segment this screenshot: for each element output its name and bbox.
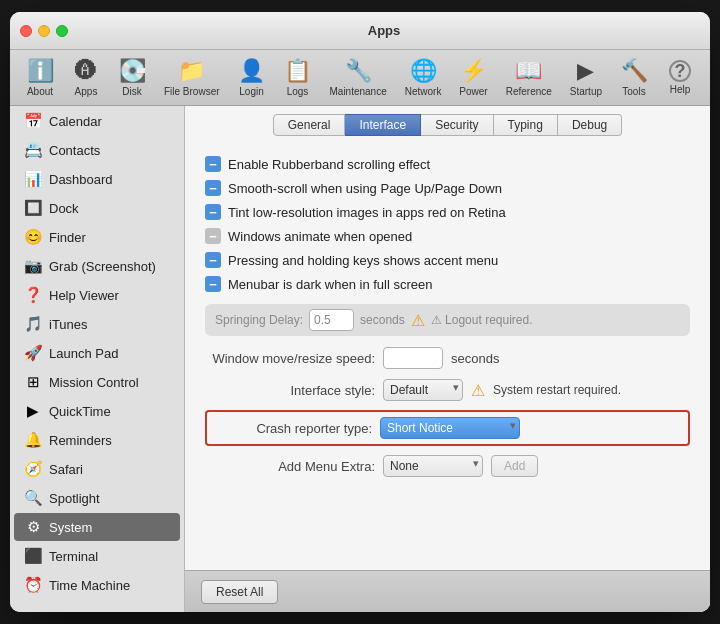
windows-animate-checkbox[interactable] <box>205 228 221 244</box>
toolbar-logs[interactable]: 📋 Logs <box>276 54 320 101</box>
toolbar-about[interactable]: ℹ️ About <box>18 54 62 101</box>
window-resize-row: Window move/resize speed: seconds <box>205 342 690 374</box>
startup-icon: ▶ <box>577 58 594 84</box>
toolbar-file-browser-label: File Browser <box>164 86 220 97</box>
windows-animate-label: Windows animate when opened <box>228 229 412 244</box>
sidebar-item-quicktime[interactable]: ▶ QuickTime <box>14 397 180 425</box>
menubar-dark-checkbox[interactable] <box>205 276 221 292</box>
sidebar-item-dock[interactable]: 🔲 Dock <box>14 194 180 222</box>
file-browser-icon: 📁 <box>178 58 205 84</box>
sidebar-item-safari[interactable]: 🧭 Safari <box>14 455 180 483</box>
sidebar-label-dashboard: Dashboard <box>49 172 113 187</box>
interface-style-row: Interface style: Default Light Dark ⚠ Sy… <box>205 374 690 406</box>
springing-delay-input[interactable] <box>309 309 354 331</box>
toolbar-login[interactable]: 👤 Login <box>230 54 274 101</box>
sidebar-item-terminal[interactable]: ⬛ Terminal <box>14 542 180 570</box>
toolbar-apps-label: Apps <box>75 86 98 97</box>
window-resize-suffix: seconds <box>451 351 499 366</box>
disk-icon: 💽 <box>119 58 146 84</box>
interface-style-select[interactable]: Default Light Dark <box>383 379 463 401</box>
toolbar-apps[interactable]: 🅐 Apps <box>64 54 108 101</box>
time-machine-icon: ⏰ <box>24 576 42 594</box>
tab-typing[interactable]: Typing <box>494 114 558 136</box>
tab-interface[interactable]: Interface <box>345 114 421 136</box>
menubar-dark-label: Menubar is dark when in full screen <box>228 277 433 292</box>
window-title: Apps <box>68 23 700 38</box>
sidebar-label-finder: Finder <box>49 230 86 245</box>
window-resize-input[interactable] <box>383 347 443 369</box>
toolbar-power[interactable]: ⚡ Power <box>451 54 495 101</box>
sidebar-item-dashboard[interactable]: 📊 Dashboard <box>14 165 180 193</box>
close-button[interactable] <box>20 25 32 37</box>
rubberband-checkbox[interactable] <box>205 156 221 172</box>
reset-all-button[interactable]: Reset All <box>201 580 278 604</box>
sidebar-label-reminders: Reminders <box>49 433 112 448</box>
interface-style-warning-icon: ⚠ <box>471 381 485 400</box>
sidebar-label-system: System <box>49 520 92 535</box>
add-menu-extra-select[interactable]: None <box>383 455 483 477</box>
main-content: 📅 Calendar 📇 Contacts 📊 Dashboard 🔲 Dock… <box>10 106 710 612</box>
crash-reporter-select[interactable]: Short Notice Basic Developer Server None <box>380 417 520 439</box>
sidebar-item-launch-pad[interactable]: 🚀 Launch Pad <box>14 339 180 367</box>
toolbar-power-label: Power <box>459 86 487 97</box>
minimize-button[interactable] <box>38 25 50 37</box>
sidebar-label-quicktime: QuickTime <box>49 404 111 419</box>
add-menu-extra-button[interactable]: Add <box>491 455 538 477</box>
crash-reporter-row: Crash reporter type: Short Notice Basic … <box>205 410 690 446</box>
add-menu-extra-select-wrapper: None <box>383 455 483 477</box>
accent-menu-checkbox[interactable] <box>205 252 221 268</box>
sidebar-label-safari: Safari <box>49 462 83 477</box>
sidebar-item-calendar[interactable]: 📅 Calendar <box>14 107 180 135</box>
sidebar-label-terminal: Terminal <box>49 549 98 564</box>
app-window: Apps ℹ️ About 🅐 Apps 💽 Disk 📁 File Brows… <box>10 12 710 612</box>
logs-icon: 📋 <box>284 58 311 84</box>
sidebar-item-system[interactable]: ⚙ System <box>14 513 180 541</box>
maximize-button[interactable] <box>56 25 68 37</box>
traffic-lights <box>20 25 68 37</box>
sidebar-item-itunes[interactable]: 🎵 iTunes <box>14 310 180 338</box>
smooth-scroll-checkbox[interactable] <box>205 180 221 196</box>
sidebar-label-calendar: Calendar <box>49 114 102 129</box>
itunes-icon: 🎵 <box>24 315 42 333</box>
toolbar-reference[interactable]: 📖 Reference <box>498 54 560 101</box>
sidebar-item-time-machine[interactable]: ⏰ Time Machine <box>14 571 180 599</box>
toolbar-disk[interactable]: 💽 Disk <box>110 54 154 101</box>
sidebar-item-mission-control[interactable]: ⊞ Mission Control <box>14 368 180 396</box>
sidebar-item-reminders[interactable]: 🔔 Reminders <box>14 426 180 454</box>
smooth-scroll-label: Smooth-scroll when using Page Up/Page Do… <box>228 181 502 196</box>
sidebar-label-time-machine: Time Machine <box>49 578 130 593</box>
sidebar-item-spotlight[interactable]: 🔍 Spotlight <box>14 484 180 512</box>
sidebar-label-spotlight: Spotlight <box>49 491 100 506</box>
toolbar-network-label: Network <box>405 86 442 97</box>
sidebar-item-finder[interactable]: 😊 Finder <box>14 223 180 251</box>
sidebar-label-contacts: Contacts <box>49 143 100 158</box>
toolbar-maintenance[interactable]: 🔧 Maintenance <box>322 54 395 101</box>
sidebar-item-contacts[interactable]: 📇 Contacts <box>14 136 180 164</box>
add-menu-extra-row: Add Menu Extra: None Add <box>205 450 690 482</box>
toolbar-startup[interactable]: ▶ Startup <box>562 54 610 101</box>
tint-retina-checkbox[interactable] <box>205 204 221 220</box>
toolbar-network[interactable]: 🌐 Network <box>397 54 450 101</box>
system-icon: ⚙ <box>24 518 42 536</box>
sidebar-label-grab: Grab (Screenshot) <box>49 259 156 274</box>
toolbar-help-label: Help <box>670 84 691 95</box>
sidebar: 📅 Calendar 📇 Contacts 📊 Dashboard 🔲 Dock… <box>10 106 185 612</box>
sidebar-item-grab[interactable]: 📷 Grab (Screenshot) <box>14 252 180 280</box>
tab-general[interactable]: General <box>273 114 346 136</box>
interface-style-select-wrapper: Default Light Dark <box>383 379 463 401</box>
toolbar-reference-label: Reference <box>506 86 552 97</box>
toolbar-file-browser[interactable]: 📁 File Browser <box>156 54 228 101</box>
contacts-icon: 📇 <box>24 141 42 159</box>
toolbar-disk-label: Disk <box>122 86 141 97</box>
login-icon: 👤 <box>238 58 265 84</box>
toolbar-help[interactable]: ? Help <box>658 56 702 99</box>
toolbar-tools[interactable]: 🔨 Tools <box>612 54 656 101</box>
tab-debug[interactable]: Debug <box>558 114 622 136</box>
tab-security[interactable]: Security <box>421 114 493 136</box>
rubberband-row: Enable Rubberband scrolling effect <box>205 152 690 176</box>
sidebar-item-help-viewer[interactable]: ❓ Help Viewer <box>14 281 180 309</box>
sidebar-label-help-viewer: Help Viewer <box>49 288 119 303</box>
crash-reporter-select-wrapper: Short Notice Basic Developer Server None <box>380 417 520 439</box>
toolbar-startup-label: Startup <box>570 86 602 97</box>
titlebar: Apps <box>10 12 710 50</box>
